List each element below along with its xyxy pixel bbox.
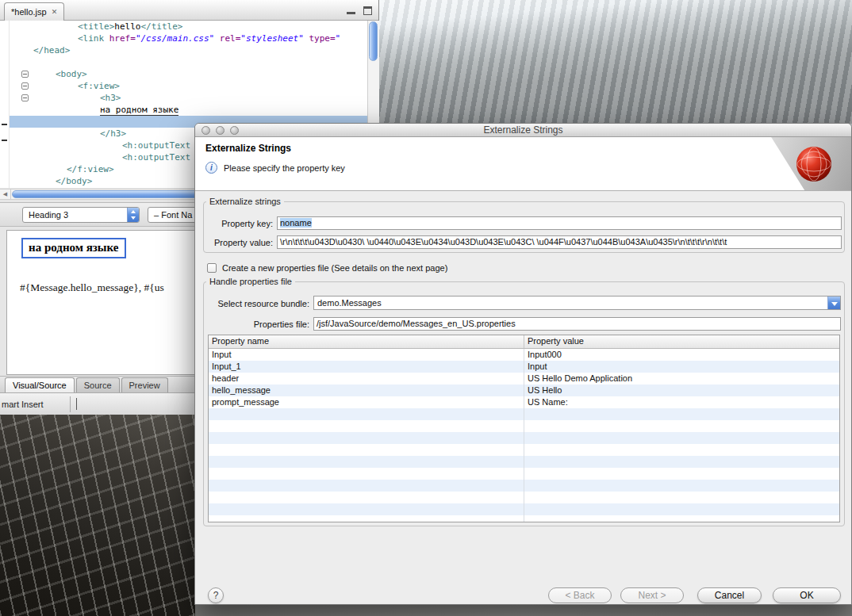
resource-bundle-combo[interactable]: demo.Messages (313, 296, 841, 310)
cell-property-value: US Name: (524, 396, 839, 408)
cell-property-value: Input000 (524, 349, 839, 361)
next-button[interactable]: Next > (620, 587, 684, 603)
table-row[interactable]: prompt_messageUS Name: (209, 396, 839, 408)
el-expression-text: #{Message.hello_message}, #{us (20, 281, 164, 294)
fold-gutter (10, 151, 33, 163)
table-row-empty[interactable] (209, 432, 839, 444)
code-line[interactable]: <body> (10, 68, 367, 80)
fold-gutter (10, 33, 33, 44)
externalize-group-label: Externalize strings (206, 197, 284, 206)
combo-dropdown-icon[interactable] (827, 297, 840, 309)
table-row[interactable]: hello_messageUS Hello (209, 385, 839, 396)
ruler-mark (2, 124, 7, 125)
cell-property-name (209, 468, 524, 480)
table-row-empty[interactable] (209, 456, 839, 468)
code-line[interactable]: <f:view> (10, 80, 367, 92)
fold-gutter (10, 116, 33, 128)
combo-stepper-icon[interactable] (127, 208, 139, 222)
cell-property-value (524, 408, 839, 420)
fold-gutter (10, 140, 33, 151)
create-properties-file-label: Create a new properties file (See detail… (222, 263, 447, 273)
cell-property-value (524, 420, 839, 432)
properties-file-input[interactable]: /jsf/JavaSource/demo/Messages_en_US.prop… (313, 317, 841, 331)
fold-gutter (10, 175, 33, 187)
cell-property-name (209, 444, 524, 456)
scroll-left-arrow-icon[interactable]: ◀ (0, 189, 11, 199)
code-line[interactable]: </head> (10, 44, 367, 56)
cell-property-name (209, 480, 524, 492)
cell-property-value (524, 432, 839, 444)
cell-property-name (209, 456, 524, 468)
column-header-property-name[interactable]: Property name (209, 335, 524, 348)
cell-property-name: Input_1 (209, 361, 524, 373)
property-value-text: \r\n\t\t\t\u043D\u0430\ \u0440\u043E\u04… (280, 237, 727, 247)
wallpaper-mountain-peak (379, 0, 852, 124)
wizard-title: Externalize Strings (205, 143, 291, 154)
tab-close-icon[interactable]: ✕ (52, 8, 58, 16)
code-line[interactable]: <link href="/css/main.css" rel="styleshe… (10, 33, 367, 44)
cell-property-name: hello_message (209, 385, 524, 396)
selected-element-box[interactable]: на родном языке (21, 238, 126, 258)
wizard-message: Please specify the property key (224, 163, 345, 173)
editor-tab-hello-jsp[interactable]: *hello.jsp ✕ (4, 2, 64, 21)
wallpaper-cliff-dark (0, 415, 195, 616)
table-row-empty[interactable] (209, 515, 839, 522)
fold-collapse-icon[interactable] (10, 92, 33, 104)
table-row-empty[interactable] (209, 444, 839, 456)
property-key-input[interactable]: noname (277, 216, 842, 230)
table-row-empty[interactable] (209, 420, 839, 432)
fold-gutter (10, 163, 33, 175)
wallpaper-bottom-strip (195, 605, 852, 616)
properties-table-header: Property name Property value (209, 335, 839, 349)
table-row[interactable]: InputInput000 (209, 349, 839, 361)
editor-tab-bar: *hello.jsp ✕ (0, 0, 378, 21)
cancel-button[interactable]: Cancel (697, 587, 762, 603)
block-format-combo[interactable]: Heading 3 (22, 207, 140, 223)
property-value-input[interactable]: \r\n\t\t\t\u043D\u0430\ \u0440\u043E\u04… (277, 235, 842, 249)
red-sphere-logo-icon (796, 146, 832, 182)
ok-button[interactable]: OK (773, 587, 841, 603)
close-window-icon[interactable] (201, 126, 210, 135)
resource-bundle-value: demo.Messages (314, 298, 827, 308)
fold-collapse-icon[interactable] (10, 80, 33, 92)
zoom-window-icon[interactable] (230, 126, 239, 135)
code-line[interactable]: на родном языке (10, 104, 367, 116)
tab-visual-source[interactable]: Visual/Source (5, 377, 75, 392)
cell-property-value (524, 456, 839, 468)
table-row-empty[interactable] (209, 468, 839, 480)
cell-property-value (524, 444, 839, 456)
back-button[interactable]: < Back (548, 587, 612, 603)
maximize-icon[interactable] (363, 6, 372, 15)
status-divider (70, 396, 71, 412)
table-row-empty[interactable] (209, 503, 839, 515)
table-row[interactable]: headerUS Hello Demo Application (209, 373, 839, 385)
tab-preview[interactable]: Preview (121, 377, 168, 392)
table-row-empty[interactable] (209, 408, 839, 420)
table-row-empty[interactable] (209, 480, 839, 492)
cell-property-name (209, 492, 524, 503)
minimize-icon[interactable] (347, 6, 355, 14)
handle-group-label: Handle properties file (206, 277, 295, 286)
info-icon: i (205, 162, 217, 174)
dialog-titlebar[interactable]: Externalize Strings (195, 124, 851, 137)
minimize-window-icon[interactable] (216, 126, 225, 135)
create-properties-file-checkbox[interactable] (207, 263, 217, 273)
cell-property-value: Input (524, 361, 839, 373)
code-line[interactable]: <h3> (10, 92, 367, 104)
code-line[interactable] (10, 56, 367, 68)
table-row-empty[interactable] (209, 492, 839, 503)
vertical-scrollbar-thumb[interactable] (369, 21, 378, 61)
properties-file-value: /jsf/JavaSource/demo/Messages_en_US.prop… (317, 319, 516, 328)
tab-source[interactable]: Source (76, 377, 120, 392)
editor-tab-label: *hello.jsp (11, 7, 47, 17)
properties-table[interactable]: Property name Property value InputInput0… (208, 335, 840, 522)
code-line[interactable]: <title>hello</title> (10, 21, 367, 33)
cell-property-value: US Hello Demo Application (524, 373, 839, 385)
table-row[interactable]: Input_1Input (209, 361, 839, 373)
help-button[interactable]: ? (208, 587, 224, 603)
column-header-property-value[interactable]: Property value (524, 335, 839, 348)
cell-property-name (209, 515, 524, 522)
property-key-label: Property key: (203, 219, 273, 228)
cell-property-name (209, 420, 524, 432)
fold-collapse-icon[interactable] (10, 68, 33, 80)
